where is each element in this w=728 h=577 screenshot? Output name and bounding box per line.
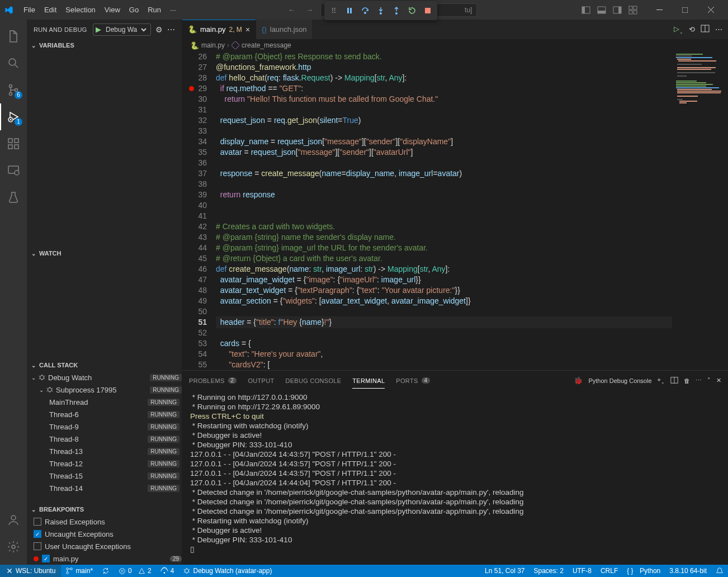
panel-tab-ports[interactable]: PORTS4: [396, 377, 430, 384]
activity-extensions-icon[interactable]: [0, 130, 27, 157]
maximize-panel-icon[interactable]: ˄: [707, 377, 711, 384]
debug-step-into-button[interactable]: [374, 3, 388, 18]
editor-gutter[interactable]: 2627282930313233343536373839404142434445…: [182, 51, 216, 370]
layout-panel-icon[interactable]: [597, 6, 606, 15]
debug-step-out-button[interactable]: [389, 3, 404, 18]
breadcrumb-file[interactable]: main.py: [201, 41, 225, 49]
thread-item[interactable]: Thread-8RUNNING: [27, 433, 182, 445]
sb-notifications-icon[interactable]: [711, 567, 728, 575]
debug-drag-handle-icon[interactable]: ⠿: [327, 3, 341, 18]
activity-explorer-icon[interactable]: [0, 23, 27, 50]
run-python-icon[interactable]: ▷⌄: [674, 25, 683, 35]
menu-go[interactable]: Go: [125, 3, 143, 16]
sb-spaces[interactable]: Spaces: 2: [530, 567, 568, 575]
thread-item[interactable]: Thread-12RUNNING: [27, 457, 182, 470]
sb-debug-session[interactable]: Debug Watch (avatar-app): [178, 565, 276, 577]
activity-remote-explorer-icon[interactable]: [0, 157, 27, 184]
split-terminal-icon[interactable]: [670, 376, 678, 385]
debug-restart-button[interactable]: [405, 3, 419, 18]
debug-stop-button[interactable]: [420, 3, 435, 18]
sb-problems[interactable]: 0 2: [114, 565, 156, 577]
menu-view[interactable]: View: [100, 3, 125, 16]
menu-run[interactable]: Run: [143, 3, 166, 16]
panel-tab-debug-console[interactable]: DEBUG CONSOLE: [285, 377, 341, 384]
section-breakpoints-header[interactable]: ⌄BREAKPOINTS: [27, 503, 182, 515]
terminal-profile-label[interactable]: Python Debug Console: [588, 377, 651, 384]
thread-item[interactable]: Thread-9RUNNING: [27, 420, 182, 433]
section-watch-header[interactable]: ⌄WATCH: [27, 247, 182, 259]
launch-config-select[interactable]: Debug Wa: [103, 25, 148, 34]
breakpoint-glyph[interactable]: [189, 86, 194, 91]
callstack-subprocess-label[interactable]: Subprocess 17995: [56, 386, 116, 394]
sb-language[interactable]: { } Python: [622, 567, 665, 575]
window-close-button[interactable]: [698, 0, 724, 20]
thread-item[interactable]: Thread-6RUNNING: [27, 408, 182, 420]
svg-point-31: [40, 376, 44, 380]
debug-sidebar: RUN AND DEBUG ▶ Debug Wa ⚙ ⋯ ⌄VARIABLES …: [27, 20, 182, 565]
sb-encoding[interactable]: UTF-8: [568, 567, 596, 575]
menu-edit[interactable]: Edit: [40, 3, 61, 16]
sb-ports[interactable]: 4: [156, 565, 179, 577]
window-minimize-button[interactable]: [646, 0, 672, 20]
terminal-bug-icon: 🐞: [574, 376, 583, 385]
debug-alt-icon[interactable]: ⟲: [689, 25, 695, 34]
more-icon[interactable]: ⋯: [167, 25, 175, 34]
activity-source-control-icon[interactable]: 6: [0, 77, 27, 103]
activity-accounts-icon[interactable]: [0, 507, 27, 533]
activity-settings-icon[interactable]: [0, 533, 27, 560]
close-panel-icon[interactable]: ✕: [716, 377, 721, 384]
sb-remote[interactable]: WSL: Ubuntu: [0, 565, 61, 577]
section-callstack-header[interactable]: ⌄CALL STACK: [27, 359, 182, 371]
section-variables-header[interactable]: ⌄VARIABLES: [27, 39, 182, 51]
layout-side-left-icon[interactable]: [582, 6, 590, 15]
activity-search-icon[interactable]: [0, 50, 27, 77]
debug-launch-selector[interactable]: ▶ Debug Wa: [93, 23, 151, 36]
menu-file[interactable]: File: [19, 3, 40, 16]
breadcrumb-symbol[interactable]: create_message: [242, 41, 291, 49]
nav-back-icon[interactable]: ←: [285, 3, 298, 17]
more-actions-icon[interactable]: ⋯: [715, 25, 722, 34]
tab-main-py[interactable]: 🐍main.py2, M×: [182, 20, 256, 39]
bp-user-uncaught-checkbox[interactable]: [34, 542, 41, 550]
debug-step-over-button[interactable]: [358, 3, 372, 18]
bp-file-label[interactable]: main.py: [53, 555, 79, 563]
close-tab-icon[interactable]: ×: [245, 25, 250, 34]
panel-tab-problems[interactable]: PROBLEMS2: [189, 377, 237, 384]
svg-point-18: [9, 59, 16, 65]
split-editor-icon[interactable]: [701, 24, 710, 35]
thread-item[interactable]: Thread-14RUNNING: [27, 482, 182, 494]
terminal-content[interactable]: * Running on http://127.0.0.1:9000 * Run…: [182, 390, 728, 565]
layout-customize-icon[interactable]: [628, 6, 637, 15]
menu-selection[interactable]: Selection: [61, 3, 100, 16]
gear-icon[interactable]: ⚙: [155, 25, 163, 34]
activity-run-debug-icon[interactable]: 1: [0, 103, 27, 130]
sb-cursor-pos[interactable]: Ln 51, Col 37: [480, 567, 529, 575]
activity-testing-icon[interactable]: [0, 184, 27, 211]
panel-tab-terminal[interactable]: TERMINAL: [352, 377, 385, 384]
menu-···[interactable]: ···: [166, 3, 181, 16]
window-maximize-button[interactable]: [672, 0, 698, 20]
debug-pause-button[interactable]: [342, 3, 357, 18]
panel-more-icon[interactable]: ⋯: [696, 377, 702, 384]
thread-item[interactable]: Thread-13RUNNING: [27, 445, 182, 457]
status-bar: WSL: Ubuntu main* 0 2 4 Debug Watch (ava…: [0, 565, 728, 577]
minimap[interactable]: [672, 51, 728, 370]
tab-launch-json[interactable]: {}launch.json: [256, 20, 313, 39]
sb-branch[interactable]: main*: [61, 565, 97, 577]
editor-code[interactable]: # @param {Object} res Response to send b…: [216, 51, 672, 370]
sb-interpreter[interactable]: 3.8.10 64-bit: [665, 567, 711, 575]
nav-forward-icon[interactable]: →: [302, 3, 316, 17]
kill-terminal-icon[interactable]: 🗑: [684, 377, 690, 384]
sb-eol[interactable]: CRLF: [596, 567, 622, 575]
panel-tab-output[interactable]: OUTPUT: [248, 377, 274, 384]
bp-uncaught-checkbox[interactable]: ✓: [34, 530, 41, 538]
bp-raised-checkbox[interactable]: [34, 518, 41, 526]
sb-sync[interactable]: [97, 565, 114, 577]
callstack-root-label[interactable]: Debug Watch: [48, 373, 92, 382]
bp-file-checkbox[interactable]: ✓: [42, 555, 50, 562]
breadcrumb[interactable]: 🐍 main.py › create_message: [182, 39, 728, 51]
thread-item[interactable]: Thread-15RUNNING: [27, 470, 182, 482]
new-terminal-button[interactable]: +⌄: [658, 376, 665, 385]
layout-side-right-icon[interactable]: [613, 6, 622, 15]
thread-item[interactable]: MainThreadRUNNING: [27, 396, 182, 408]
